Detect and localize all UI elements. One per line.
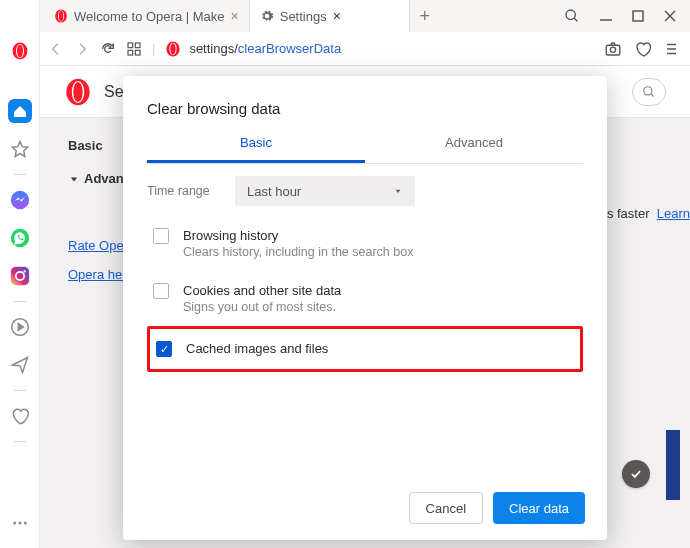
tab-welcome[interactable]: Welcome to Opera | Make × [44, 0, 250, 32]
messenger-icon[interactable] [0, 183, 40, 217]
tab-settings[interactable]: Settings × [250, 0, 410, 32]
minimize-icon[interactable] [600, 10, 612, 22]
instagram-icon[interactable] [0, 259, 40, 293]
svg-point-30 [171, 43, 176, 55]
svg-point-12 [13, 522, 16, 525]
time-range-label: Time range [147, 184, 217, 198]
svg-marker-42 [396, 190, 401, 193]
banner-fragment: es faster Learn [600, 206, 690, 221]
svg-point-17 [59, 11, 64, 21]
option-cookies[interactable]: Cookies and other site data Signs you ou… [147, 271, 583, 326]
chevron-down-icon [393, 186, 403, 196]
opera-logo-icon [165, 41, 181, 57]
opera-logo-icon [64, 78, 92, 106]
svg-rect-24 [128, 43, 133, 48]
close-window-icon[interactable] [664, 10, 676, 22]
close-tab-icon[interactable]: × [333, 8, 341, 24]
svg-rect-25 [135, 43, 140, 48]
option-title: Cached images and files [186, 341, 328, 356]
tab-strip: Welcome to Opera | Make × Settings × + [40, 0, 550, 32]
play-circle-icon[interactable] [0, 310, 40, 344]
svg-point-18 [566, 10, 575, 19]
svg-line-40 [651, 93, 654, 96]
svg-rect-21 [633, 11, 643, 21]
option-sub: Clears history, including in the search … [183, 245, 413, 259]
opera-favicon-icon [54, 9, 68, 23]
cancel-button[interactable]: Cancel [409, 492, 483, 524]
sidebar-separator [14, 441, 26, 442]
heart-icon[interactable] [0, 399, 40, 433]
opera-logo-icon[interactable] [0, 34, 40, 68]
svg-line-19 [574, 18, 577, 21]
svg-rect-27 [135, 50, 140, 55]
gear-favicon-icon [260, 9, 274, 23]
svg-point-39 [644, 86, 652, 94]
sidebar-separator [14, 390, 26, 391]
bookmark-star-icon[interactable] [0, 132, 40, 166]
forward-icon[interactable] [74, 41, 90, 57]
snapshot-icon[interactable] [604, 40, 622, 58]
dialog-title: Clear browsing data [123, 76, 607, 135]
svg-point-13 [18, 522, 21, 525]
time-range-row: Time range Last hour [123, 164, 607, 210]
new-tab-button[interactable]: + [410, 0, 440, 32]
clear-browsing-data-dialog: Clear browsing data Basic Advanced Time … [123, 76, 607, 540]
tab-label: Settings [280, 9, 327, 24]
sidebar-separator [14, 301, 26, 302]
tab-label: Welcome to Opera | Make [74, 9, 225, 24]
send-icon[interactable] [0, 348, 40, 382]
dialog-tabs: Basic Advanced [147, 135, 583, 164]
option-cached-images[interactable]: ✓ Cached images and files [147, 326, 583, 372]
speed-dial-icon[interactable] [126, 41, 142, 57]
svg-point-38 [73, 81, 82, 101]
reload-icon[interactable] [100, 41, 116, 57]
option-title: Cookies and other site data [183, 283, 341, 298]
svg-rect-7 [10, 267, 28, 285]
more-icon[interactable] [0, 506, 40, 540]
close-tab-icon[interactable]: × [231, 8, 239, 24]
titlebar: Welcome to Opera | Make × Settings × + [0, 0, 690, 32]
option-browsing-history[interactable]: Browsing history Clears history, includi… [147, 216, 583, 271]
option-sub: Signs you out of most sites. [183, 300, 341, 314]
svg-point-9 [23, 270, 25, 272]
address-bar: | settings/clearBrowserData [40, 32, 690, 66]
left-icon-sidebar [0, 0, 40, 548]
svg-marker-41 [71, 177, 77, 181]
svg-point-2 [17, 45, 23, 58]
heart-outline-icon[interactable] [634, 40, 652, 58]
checkbox-icon[interactable] [153, 283, 169, 299]
svg-point-32 [610, 47, 615, 52]
card-fragment [666, 430, 680, 500]
window-controls [550, 0, 690, 32]
check-badge-icon [622, 460, 650, 488]
checkbox-icon[interactable] [153, 228, 169, 244]
checkbox-checked-icon[interactable]: ✓ [156, 341, 172, 357]
maximize-icon[interactable] [632, 10, 644, 22]
back-icon[interactable] [48, 41, 64, 57]
settings-search[interactable] [632, 78, 666, 106]
dialog-tab-basic[interactable]: Basic [147, 135, 365, 163]
search-icon[interactable] [564, 8, 580, 24]
sidebar-separator [14, 174, 26, 175]
svg-rect-26 [128, 50, 133, 55]
clear-data-button[interactable]: Clear data [493, 492, 585, 524]
option-title: Browsing history [183, 228, 413, 243]
svg-marker-11 [18, 324, 23, 331]
menu-icon[interactable] [664, 40, 682, 58]
time-range-select[interactable]: Last hour [235, 176, 415, 206]
dialog-tab-advanced[interactable]: Advanced [365, 135, 583, 163]
dialog-footer: Cancel Clear data [123, 476, 607, 540]
address-field[interactable]: settings/clearBrowserData [165, 41, 594, 57]
svg-point-14 [23, 522, 26, 525]
home-icon[interactable] [0, 94, 40, 128]
time-range-value: Last hour [247, 184, 301, 199]
whatsapp-icon[interactable] [0, 221, 40, 255]
svg-marker-4 [12, 142, 27, 157]
address-text: settings/clearBrowserData [189, 41, 341, 56]
